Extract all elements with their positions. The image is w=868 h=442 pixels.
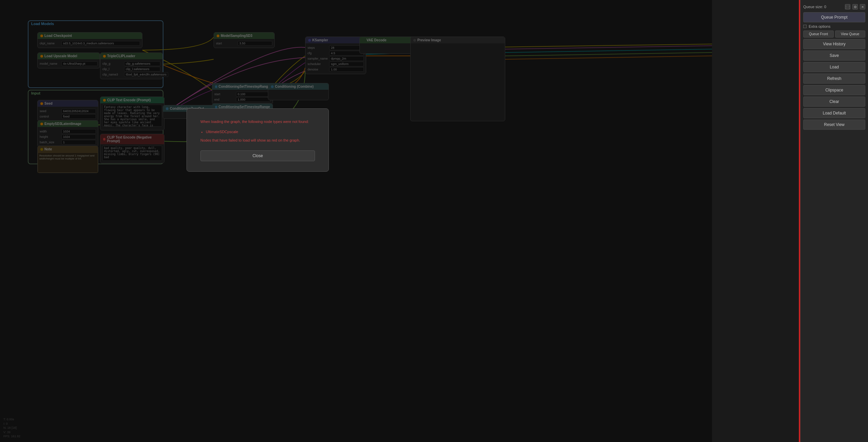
sidebar-settings-icon[interactable]: ⚙ xyxy=(852,4,858,9)
queue-prompt-button[interactable]: Queue Prompt xyxy=(803,12,865,22)
view-history-button[interactable]: View History xyxy=(803,39,865,49)
load-default-button[interactable]: Load Default xyxy=(803,108,865,118)
modal-footer-text: Nodes that have failed to load will show… xyxy=(200,138,315,144)
view-queue-button[interactable]: View Queue xyxy=(835,30,866,38)
sidebar-close-icon[interactable]: ✕ xyxy=(860,4,865,9)
reset-view-button[interactable]: Reset View xyxy=(803,120,865,130)
modal-dialog: When loading the graph, the following no… xyxy=(186,108,329,172)
right-sidebar: Queue size: 0 ⋮⋮ ⚙ ✕ Queue Prompt Extra … xyxy=(800,0,868,442)
clipspace-button[interactable]: Clipspace xyxy=(803,85,865,95)
modal-title: When loading the graph, the following no… xyxy=(200,119,315,125)
refresh-button[interactable]: Refresh xyxy=(803,73,865,84)
extra-options-label: Extra options xyxy=(809,24,830,28)
sidebar-grid-icon[interactable]: ⋮⋮ xyxy=(845,4,850,9)
modal-close-button[interactable]: Close xyxy=(200,150,315,161)
clear-button[interactable]: Clear xyxy=(803,97,865,107)
sidebar-header-icons: ⋮⋮ ⚙ ✕ xyxy=(845,4,865,9)
queue-size-label: Queue size: 0 xyxy=(803,5,826,9)
queue-front-view-row: Queue Front View Queue xyxy=(803,30,865,38)
sidebar-header: Queue size: 0 ⋮⋮ ⚙ ✕ xyxy=(803,3,865,11)
modal-overlay: When loading the graph, the following no… xyxy=(0,0,712,442)
extra-options-row: Extra options xyxy=(803,24,865,29)
right-red-border xyxy=(799,0,800,442)
queue-front-button[interactable]: Queue Front xyxy=(803,30,834,38)
canvas-area[interactable]: Load Models Input Load Checkpoint ckpt_n… xyxy=(0,0,712,442)
save-button[interactable]: Save xyxy=(803,50,865,61)
modal-node-list: UltimateSDCpscale xyxy=(206,129,315,135)
extra-options-checkbox[interactable] xyxy=(803,25,807,28)
modal-missing-node: UltimateSDCpscale xyxy=(206,129,315,135)
load-button[interactable]: Load xyxy=(803,62,865,72)
